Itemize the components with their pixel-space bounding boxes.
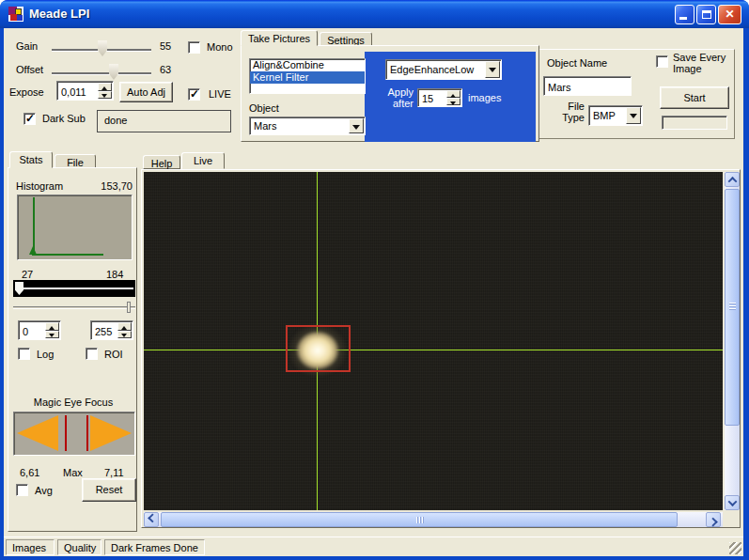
object-name-field[interactable] [543,76,632,96]
focus-value: 6,61 [20,467,39,478]
focus-max-value: 7,11 [104,467,124,478]
level-slider-track [15,288,133,289]
focus-right-triangle-icon [90,415,132,451]
histogram-label: Histogram [16,180,63,192]
crosshair-horizontal-line [144,350,723,350]
offset-label: Offset [16,64,43,75]
log-label: Log [37,349,54,360]
tab-stats[interactable]: Stats [9,151,53,168]
expose-field[interactable] [56,81,114,101]
dark-sub-status-box: done [97,110,231,132]
avg-label: Avg [35,485,53,496]
stretch-slider-thumb[interactable] [127,302,131,313]
high-up-button[interactable] [117,322,132,331]
avg-checkbox[interactable] [16,484,28,496]
horizontal-scrollbar-thumb[interactable] [161,512,678,527]
file-type-dropdown-button[interactable] [626,107,641,124]
gain-label: Gain [16,40,38,52]
tab-help[interactable]: Help [143,155,180,169]
tab-file[interactable]: File [55,154,96,168]
list-item-align-combine[interactable]: Align&Combine [250,59,365,71]
dark-sub-checkbox[interactable] [23,113,36,125]
range-min-label: 27 [22,269,33,280]
close-button[interactable]: ✕ [718,5,741,24]
gain-value: 55 [160,40,171,52]
offset-slider-thumb[interactable] [109,64,118,80]
horizontal-scrollbar[interactable] [144,512,723,527]
start-button[interactable]: Start [660,86,729,109]
status-bar: Images Quality Dark Frames Done [4,537,743,556]
app-icon [8,7,23,22]
title-bar[interactable]: Meade LPI ✕ [0,0,749,28]
high-level-field[interactable] [90,320,133,340]
app-window: Meade LPI ✕ Gain 55 Mono Offset 63 Expos… [0,0,749,560]
low-level-field[interactable] [18,320,61,340]
save-every-image-checkbox[interactable] [656,55,668,68]
histogram-baseline [32,254,103,256]
filter-listbox[interactable]: Align&Combine Kernel Filter [249,58,366,94]
roi-rectangle[interactable] [286,325,351,372]
focus-max-label: Max [63,467,83,478]
level-slider-thumb[interactable] [15,282,23,295]
tab-settings[interactable]: Settings [320,32,372,46]
scroll-right-button[interactable] [706,512,721,527]
log-checkbox[interactable] [18,348,30,360]
scroll-up-button[interactable] [725,172,740,187]
kernel-filter-combobox[interactable]: EdgeEnhanceLow [385,59,502,80]
status-panel-quality: Quality [57,539,101,555]
minimize-button[interactable] [675,5,694,24]
roi-label: ROI [104,349,123,360]
count-up-button[interactable] [446,90,460,98]
status-panel-images: Images [6,539,55,555]
count-down-button[interactable] [446,98,460,105]
dark-sub-label: Dark Sub [42,113,86,124]
apply-after-label: Apply after [378,86,414,109]
vertical-scrollbar-thumb[interactable] [725,189,740,426]
chevron-up-icon [727,176,737,185]
live-image-canvas[interactable] [144,172,723,510]
low-down-button[interactable] [45,331,59,339]
maximize-button[interactable] [696,5,716,24]
offset-slider-track[interactable] [52,72,151,74]
tab-live[interactable]: Live [181,152,225,169]
object-name-input[interactable] [544,77,631,95]
tab-take-pictures[interactable]: Take Pictures [241,30,318,46]
window-title: Meade LPI [29,7,89,21]
high-down-button[interactable] [117,331,132,339]
gain-slider-thumb[interactable] [98,40,107,56]
down-arrow-icon [101,94,107,101]
auto-adj-button[interactable]: Auto Adj [119,82,173,102]
level-slider[interactable] [13,280,135,297]
live-view-panel [141,169,741,528]
list-item-kernel-filter[interactable]: Kernel Filter [250,71,365,84]
down-arrow-icon [450,101,456,108]
expose-up-button[interactable] [98,83,112,91]
minimize-icon [679,17,687,20]
object-combobox[interactable]: Mars [249,117,366,135]
chevron-down-icon [727,497,737,506]
roi-checkbox[interactable] [86,348,98,360]
dark-sub-status: done [104,115,127,126]
file-type-value: BMP [593,110,616,121]
mono-checkbox[interactable] [188,41,200,54]
progress-box [662,116,727,130]
file-type-combobox[interactable]: BMP [588,105,643,126]
save-every-image-label: Save Every Image [673,52,726,74]
down-arrow-icon [49,334,55,340]
vertical-scrollbar[interactable] [725,172,740,510]
resize-grip[interactable] [729,542,741,554]
low-up-button[interactable] [45,322,59,331]
scroll-down-button[interactable] [725,495,740,510]
live-label: LIVE [209,88,231,100]
reset-button[interactable]: Reset [82,478,136,502]
live-checkbox[interactable] [188,88,200,101]
focus-marker-line [86,415,88,451]
apply-count-field[interactable] [417,88,462,107]
stretch-slider-track[interactable] [13,306,135,309]
object-dropdown-button[interactable] [349,118,364,133]
up-arrow-icon [49,323,55,330]
expose-down-button[interactable] [98,91,112,100]
kernel-filter-dropdown-button[interactable] [485,61,500,78]
maximize-icon [702,10,711,19]
scroll-left-button[interactable] [144,512,159,527]
